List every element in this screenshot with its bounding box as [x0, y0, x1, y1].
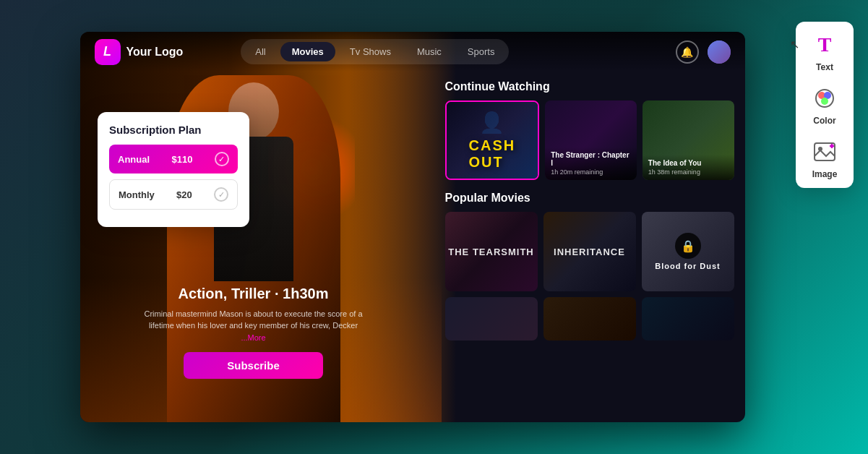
lock-icon: 🔒: [675, 233, 701, 259]
tv-screen: L Your Logo All Movies Tv Shows Music Sp…: [80, 32, 745, 422]
right-panel: T Text Color Image: [796, 22, 854, 188]
nav-sports[interactable]: Sports: [456, 42, 507, 61]
annual-price: $110: [172, 154, 193, 165]
annual-check: ✓: [215, 152, 229, 166]
panel-color-tool[interactable]: Color: [810, 84, 839, 126]
idea-overlay: The Idea of You 1h 38m remaining: [643, 155, 734, 180]
bottom-card-3[interactable]: [642, 297, 734, 340]
cashout-title: CASHOUT: [469, 137, 516, 171]
movie-card-inheritance[interactable]: Inheritance: [543, 212, 636, 291]
monthly-check: ✓: [214, 187, 228, 202]
inheritance-title: Inheritance: [551, 244, 628, 260]
nav-all[interactable]: All: [244, 42, 277, 61]
bottom-card-1[interactable]: [445, 297, 538, 340]
subscription-card: Subscription Plan Annual $110 ✓ Monthly …: [98, 112, 249, 227]
blood-title: Blood for Dust: [655, 262, 720, 270]
hero-description: Criminal mastermind Mason is about to ex…: [80, 308, 427, 344]
cursor-indicator: ↖: [790, 38, 799, 51]
color-tool-icon: [810, 84, 839, 113]
nav-movies[interactable]: Movies: [280, 42, 335, 61]
tearsmith-title: The Tearsmith: [445, 244, 536, 260]
monthly-label: Monthly: [119, 189, 155, 200]
stranger-time: 1h 20m remaining: [551, 168, 631, 176]
text-tool-icon: T: [810, 30, 839, 59]
logo-area[interactable]: L Your Logo: [95, 39, 184, 65]
continue-watching-grid: 👤 CASHOUT The Stranger : Chapter I 1h 20…: [445, 100, 734, 180]
continue-card-2[interactable]: The Stranger : Chapter I 1h 20m remainin…: [545, 100, 637, 180]
logo-text: Your Logo: [126, 46, 184, 59]
image-tool-label: Image: [812, 169, 838, 179]
popular-movies-title: Popular Movies: [445, 192, 734, 205]
bell-icon[interactable]: 🔔: [676, 40, 699, 64]
bottom-card-2[interactable]: [543, 297, 636, 340]
logo-icon: L: [95, 39, 121, 65]
nav-music[interactable]: Music: [405, 42, 453, 61]
plan-monthly[interactable]: Monthly $20 ✓: [109, 179, 238, 210]
color-tool-label: Color: [813, 116, 835, 126]
bottom-cards-row: [445, 297, 734, 340]
idea-time: 1h 38m remaining: [648, 168, 729, 176]
nav-links: All Movies Tv Shows Music Sports: [241, 39, 509, 64]
navbar: L Your Logo All Movies Tv Shows Music Sp…: [80, 32, 745, 72]
svg-point-3: [821, 98, 828, 105]
user-avatar[interactable]: [708, 40, 731, 64]
continue-card-1[interactable]: 👤 CASHOUT: [445, 100, 540, 180]
content-area: Continue Watching 👤 CASHOUT The Stranger: [434, 72, 745, 422]
stranger-title: The Stranger : Chapter I: [551, 151, 631, 167]
subscribe-button[interactable]: Subscribe: [184, 352, 323, 379]
stranger-overlay: The Stranger : Chapter I 1h 20m remainin…: [545, 147, 637, 180]
monthly-price: $20: [176, 189, 192, 200]
panel-text-tool[interactable]: T Text: [810, 30, 839, 72]
hero-genre: Action, Triller · 1h30m: [80, 286, 427, 302]
image-tool-icon: [810, 137, 839, 166]
continue-card-3[interactable]: The Idea of You 1h 38m remaining: [643, 100, 734, 180]
continue-watching-title: Continue Watching: [445, 80, 734, 93]
movies-grid: The Tearsmith Inheritance 🔒 Blood for Du…: [445, 212, 734, 291]
hero-more-link[interactable]: ...More: [241, 333, 265, 342]
nav-icons: 🔔: [676, 40, 731, 64]
idea-title: The Idea of You: [648, 159, 729, 167]
panel-image-tool[interactable]: Image: [810, 137, 839, 179]
movie-card-tearsmith[interactable]: The Tearsmith: [445, 212, 538, 291]
movie-card-blood[interactable]: 🔒 Blood for Dust: [642, 212, 734, 291]
annual-label: Annual: [118, 154, 150, 165]
hero-text-area: Action, Triller · 1h30m Criminal masterm…: [80, 286, 427, 380]
text-tool-label: Text: [816, 62, 833, 72]
nav-tvshows[interactable]: Tv Shows: [338, 42, 403, 61]
subscription-plan-title: Subscription Plan: [109, 124, 238, 136]
plan-annual[interactable]: Annual $110 ✓: [109, 145, 238, 174]
